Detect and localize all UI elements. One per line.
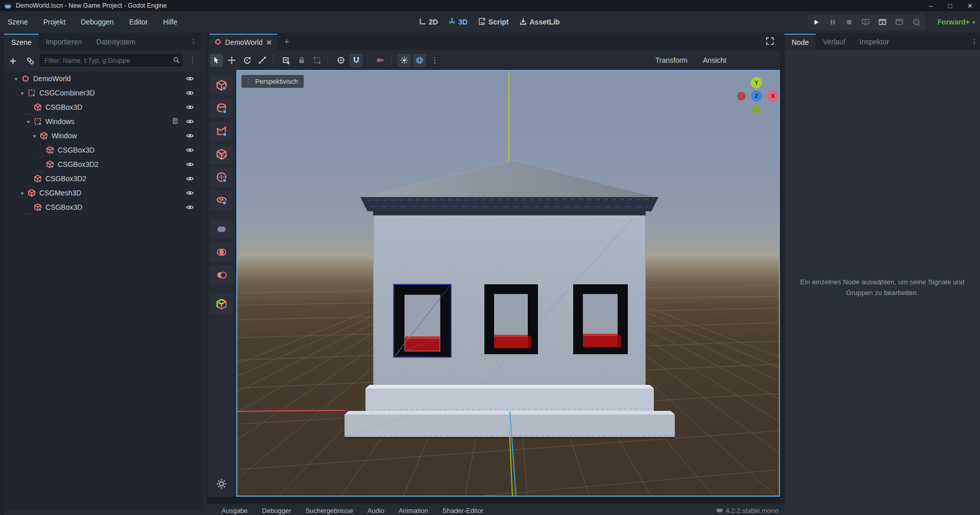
sun-preview-button[interactable] — [398, 54, 411, 67]
new-scene-tab-button[interactable]: + — [284, 37, 290, 47]
scene-tab-demoworld[interactable]: DemoWorld ✕ — [209, 34, 277, 50]
add-node-button[interactable] — [7, 55, 18, 66]
tab-importieren[interactable]: Importieren — [39, 34, 89, 50]
visibility-eye-icon[interactable] — [186, 103, 194, 113]
tree-node-window[interactable]: ▾Window — [4, 129, 203, 143]
tree-node-windows[interactable]: ▾Windows — [4, 114, 203, 129]
tab-szene[interactable]: Szene — [4, 34, 39, 50]
select-tool-button[interactable] — [210, 54, 223, 67]
op-subtract-button[interactable] — [210, 265, 233, 285]
transform-menu[interactable]: Transform — [654, 54, 689, 66]
script-icon[interactable] — [172, 117, 179, 126]
menu-editor[interactable]: Editor — [128, 16, 149, 28]
view-menu[interactable]: Ansicht — [702, 54, 727, 66]
environment-preview-button[interactable] — [413, 54, 426, 67]
visibility-eye-icon[interactable] — [186, 89, 194, 99]
chevron-down-icon[interactable]: ▾ — [30, 133, 40, 139]
pause-button[interactable] — [829, 18, 837, 26]
visibility-eye-icon[interactable] — [186, 75, 194, 84]
lock-button[interactable] — [295, 54, 308, 67]
scene-tree-menu-icon[interactable]: ⋮ — [189, 55, 197, 64]
visibility-eye-icon[interactable] — [186, 117, 194, 127]
csg-torus-button[interactable] — [210, 190, 233, 210]
tab-node[interactable]: Node — [785, 34, 816, 50]
bottom-tab-shader-editor[interactable]: Shader-Editor — [443, 507, 483, 514]
csg-mesh-button[interactable] — [210, 144, 233, 164]
visibility-eye-icon[interactable] — [186, 160, 194, 170]
visibility-eye-icon[interactable] — [186, 175, 194, 184]
left-dock-menu-icon[interactable]: ⋮ — [190, 37, 197, 45]
gizmo-axis-x[interactable]: X — [767, 90, 778, 102]
switch-script[interactable]: Script — [478, 17, 509, 27]
visibility-eye-icon[interactable] — [186, 132, 194, 141]
csg-polygon-button[interactable] — [210, 121, 233, 141]
visibility-eye-icon[interactable] — [186, 203, 194, 213]
bottom-tab-debugger[interactable]: Debugger — [262, 507, 291, 514]
tree-node-csgbox3d2[interactable]: CSGBox3D2 — [4, 157, 203, 171]
tree-node-csgbox3d[interactable]: CSGBox3D — [4, 200, 203, 214]
gizmo-axis-z[interactable]: Z — [751, 90, 762, 102]
op-intersect-button[interactable] — [210, 242, 233, 262]
material-cube-button[interactable] — [210, 295, 233, 314]
play-scene-button[interactable] — [878, 18, 887, 26]
tree-node-csgbox3d[interactable]: CSGBox3D — [4, 100, 203, 114]
list-select-tool-button[interactable] — [280, 54, 293, 67]
csg-box-button[interactable] — [210, 76, 233, 95]
visibility-eye-icon[interactable] — [186, 146, 194, 156]
play-button[interactable] — [813, 18, 820, 26]
menu-debuggen[interactable]: Debuggen — [80, 16, 115, 28]
tab-verlauf[interactable]: Verlauf — [816, 34, 852, 50]
csg-sphere-button[interactable] — [210, 167, 233, 187]
maximize-button[interactable]: □ — [948, 2, 952, 10]
expand-viewport-icon[interactable] — [766, 37, 774, 47]
movie-maker-button[interactable] — [912, 18, 920, 26]
scene-filter-input[interactable] — [39, 53, 184, 67]
switch-assetlib[interactable]: AssetLib — [519, 17, 560, 27]
tree-node-csgmesh3d[interactable]: ▾CSGMesh3D — [4, 186, 203, 200]
menu-hilfe[interactable]: Hilfe — [162, 16, 178, 28]
stop-button[interactable] — [845, 18, 853, 26]
csg-cylinder-button[interactable] — [210, 99, 233, 118]
perspective-menu-button[interactable]: ⋮ Perspektivisch — [241, 75, 304, 88]
switch-3d[interactable]: 3D — [448, 17, 468, 27]
tree-node-csgcombiner3d[interactable]: ▾CSGCombiner3D — [4, 86, 203, 100]
menu-projekt[interactable]: Projekt — [42, 16, 67, 28]
bottom-tab-suchergebnisse[interactable]: Suchergebnisse — [305, 507, 353, 514]
camera-override-button[interactable] — [374, 54, 387, 67]
chevron-down-icon[interactable]: ▾ — [23, 119, 34, 125]
gizmo-axis-y[interactable]: Y — [751, 77, 762, 88]
chevron-down-icon[interactable]: ▾ — [17, 190, 28, 196]
chevron-down-icon[interactable]: ▾ — [11, 76, 21, 82]
gear-icon[interactable] — [216, 478, 227, 491]
bottom-tab-animation[interactable]: Animation — [399, 507, 428, 514]
menu-szene[interactable]: Szene — [7, 16, 29, 28]
bottom-tab-audio[interactable]: Audio — [368, 507, 384, 514]
viewport-3d[interactable]: ⋮ Perspektivisch Y Z X — [236, 70, 780, 497]
right-dock-menu-icon[interactable]: ⋮ — [971, 37, 978, 45]
tree-node-demoworld[interactable]: ▾DemoWorld — [4, 71, 203, 86]
close-tab-icon[interactable]: ✕ — [266, 39, 272, 46]
tree-node-csgbox3d[interactable]: CSGBox3D — [4, 143, 203, 157]
remote-play-button[interactable] — [862, 18, 870, 26]
local-space-button[interactable] — [334, 54, 348, 67]
gizmo-axis-neg-z[interactable] — [752, 105, 761, 113]
tree-node-csgbox3d2[interactable]: CSGBox3D2 — [4, 171, 203, 186]
op-union-button[interactable] — [210, 219, 233, 239]
instance-scene-button[interactable] — [24, 55, 36, 66]
bottom-tab-ausgabe[interactable]: Ausgabe — [222, 507, 248, 514]
chevron-down-icon[interactable]: ▾ — [17, 90, 28, 96]
renderer-dropdown[interactable]: Forward+ ▾ — [938, 11, 975, 33]
play-custom-scene-button[interactable] — [895, 18, 903, 26]
scale-tool-button[interactable] — [256, 54, 269, 67]
snap-magnet-button[interactable] — [350, 54, 363, 67]
menu-dots-button[interactable]: ⋮ — [428, 54, 442, 67]
tab-dateisystem[interactable]: Dateisystem — [89, 34, 143, 50]
close-button[interactable]: ✕ — [967, 2, 973, 10]
minimize-button[interactable]: – — [929, 2, 933, 10]
group-button[interactable] — [310, 54, 324, 67]
move-tool-button[interactable] — [225, 54, 238, 67]
gizmo-axis-neg-x[interactable] — [737, 92, 746, 101]
switch-2d[interactable]: 2D — [419, 17, 438, 27]
tab-inspektor[interactable]: Inspektor — [852, 34, 896, 50]
visibility-eye-icon[interactable] — [186, 189, 194, 199]
